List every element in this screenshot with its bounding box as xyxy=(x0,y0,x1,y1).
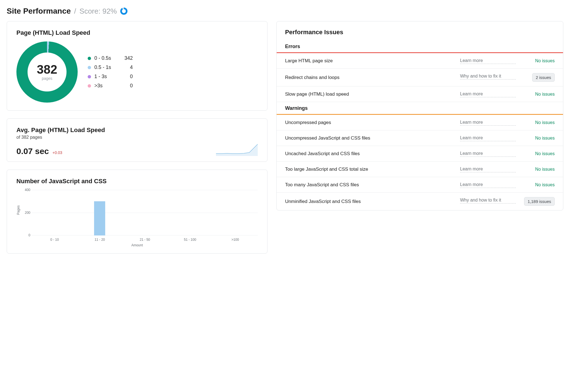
donut-chart: 382 pages xyxy=(16,41,78,103)
avg-sparkline xyxy=(216,142,258,156)
page-title: Site Performance xyxy=(7,7,71,16)
issue-status: 1,189 issues xyxy=(521,197,555,206)
card-load-speed: Page (HTML) Load Speed 382 pages 0 - 0.5… xyxy=(7,21,267,111)
donut-legend: 0 - 0.5s3420.5 - 1s41 - 3s0>3s0 xyxy=(88,55,133,89)
legend-dot-icon xyxy=(88,84,91,88)
legend-row: 0.5 - 1s4 xyxy=(88,64,133,70)
issue-learn-more-link[interactable]: Why and how to fix it xyxy=(460,74,516,80)
card-js-css: Number of JavaScript and CSS Pages 40020… xyxy=(7,170,267,254)
bar-column xyxy=(32,190,77,235)
legend-value: 0 xyxy=(122,74,133,80)
issue-name: Uncached JavaScript and CSS files xyxy=(285,151,454,157)
issue-status: No issues xyxy=(521,151,555,156)
issue-status: No issues xyxy=(521,120,555,125)
issue-count-badge[interactable]: 2 issues xyxy=(532,73,555,82)
issue-learn-more-link[interactable]: Learn more xyxy=(460,182,516,188)
section-header-errors: Errors xyxy=(277,40,563,53)
issue-count-badge[interactable]: 1,189 issues xyxy=(524,197,555,206)
svg-marker-0 xyxy=(216,144,258,156)
ytick-label: 400 xyxy=(19,188,30,192)
issue-status: No issues xyxy=(521,182,555,187)
legend-dot-icon xyxy=(88,57,91,60)
xtick-label: 21 - 50 xyxy=(122,238,167,242)
issue-learn-more-link[interactable]: Learn more xyxy=(460,135,516,141)
issue-learn-more-link[interactable]: Learn more xyxy=(460,91,516,97)
bar-column xyxy=(168,190,213,235)
score-slash: / xyxy=(74,7,76,16)
legend-dot-icon xyxy=(88,66,91,69)
no-issues-label: No issues xyxy=(535,167,555,172)
issue-name: Unminified JavaScript and CSS files xyxy=(285,199,454,204)
donut-wrap: 382 pages 0 - 0.5s3420.5 - 1s41 - 3s0>3s… xyxy=(16,41,258,103)
issue-name: Uncompressed pages xyxy=(285,120,454,125)
xtick-label: 0 - 10 xyxy=(32,238,77,242)
section-header-warnings: Warnings xyxy=(277,102,563,115)
card-title: Number of JavaScript and CSS xyxy=(16,178,258,185)
no-issues-label: No issues xyxy=(535,120,555,125)
no-issues-label: No issues xyxy=(535,58,555,63)
issue-learn-more-link[interactable]: Learn more xyxy=(460,151,516,157)
issue-name: Too many JavaScript and CSS files xyxy=(285,182,454,188)
score-text: Score: 92% xyxy=(80,7,117,16)
issue-name: Too large JavaScript and CSS total size xyxy=(285,167,454,172)
issue-name: Uncompressed JavaScript and CSS files xyxy=(285,135,454,141)
legend-label: 0 - 0.5s xyxy=(94,55,118,61)
donut-center: 382 pages xyxy=(37,63,57,81)
issue-row: Uncompressed pagesLearn moreNo issues xyxy=(277,115,563,130)
left-column: Page (HTML) Load Speed 382 pages 0 - 0.5… xyxy=(7,21,267,254)
legend-label: 0.5 - 1s xyxy=(94,64,118,70)
avg-row: 0.07 sec +0.03 xyxy=(16,142,258,156)
issue-status: No issues xyxy=(521,58,555,63)
card-title: Page (HTML) Load Speed xyxy=(16,29,258,36)
ytick-label: 0 xyxy=(19,233,30,237)
legend-value: 0 xyxy=(122,83,133,89)
score-donut-icon xyxy=(120,8,127,15)
issues-body: ErrorsLarge HTML page sizeLearn moreNo i… xyxy=(277,40,563,210)
issues-title: Performance Issues xyxy=(277,21,563,40)
issue-name: Redirect chains and loops xyxy=(285,75,454,80)
issue-row: Too large JavaScript and CSS total sizeL… xyxy=(277,162,563,177)
avg-delta: +0.03 xyxy=(52,150,62,155)
issue-row: Uncompressed JavaScript and CSS filesLea… xyxy=(277,130,563,146)
ytick-label: 200 xyxy=(19,211,30,215)
bar-chart: Pages 4002000 0 - 1011 - 2021 - 5051 - 1… xyxy=(16,190,258,245)
legend-label: 1 - 3s xyxy=(94,74,118,80)
issue-status: No issues xyxy=(521,167,555,172)
issue-status: No issues xyxy=(521,92,555,97)
issue-row: Redirect chains and loopsWhy and how to … xyxy=(277,69,563,86)
avg-sub: of 382 pages xyxy=(16,135,258,140)
donut-sublabel: pages xyxy=(37,76,57,81)
issue-learn-more-link[interactable]: Learn more xyxy=(460,167,516,172)
avg-value: 0.07 sec xyxy=(16,147,49,156)
issue-row: Uncached JavaScript and CSS filesLearn m… xyxy=(277,146,563,162)
legend-row: >3s0 xyxy=(88,83,133,89)
issue-learn-more-link[interactable]: Learn more xyxy=(460,120,516,126)
issue-learn-more-link[interactable]: Learn more xyxy=(460,58,516,64)
no-issues-label: No issues xyxy=(535,151,555,156)
issue-row: Slow page (HTML) load speedLearn moreNo … xyxy=(277,86,563,102)
xtick-label: 11 - 20 xyxy=(77,238,122,242)
dashboard-layout: Page (HTML) Load Speed 382 pages 0 - 0.5… xyxy=(7,21,563,254)
issue-status: No issues xyxy=(521,136,555,141)
bar-xaxis: 0 - 1011 - 2021 - 5051 - 100>100 xyxy=(32,238,258,242)
legend-value: 342 xyxy=(122,55,133,61)
legend-row: 1 - 3s0 xyxy=(88,74,133,80)
bar-column xyxy=(77,190,122,235)
issue-row: Large HTML page sizeLearn moreNo issues xyxy=(277,53,563,69)
avg-title: Avg. Page (HTML) Load Speed xyxy=(16,126,258,134)
issue-learn-more-link[interactable]: Why and how to fix it xyxy=(460,198,516,204)
bar xyxy=(94,201,105,235)
card-performance-issues: Performance Issues ErrorsLarge HTML page… xyxy=(276,21,563,210)
legend-dot-icon xyxy=(88,75,91,78)
avg-values: 0.07 sec +0.03 xyxy=(16,147,62,156)
issue-row: Too many JavaScript and CSS filesLearn m… xyxy=(277,177,563,193)
bar-xlabel: Amount xyxy=(16,243,258,247)
legend-label: >3s xyxy=(94,83,118,89)
no-issues-label: No issues xyxy=(535,136,555,140)
page-header: Site Performance / Score: 92% xyxy=(7,7,563,16)
bar-column xyxy=(213,190,258,235)
issue-name: Large HTML page size xyxy=(285,58,454,64)
card-avg-speed: Avg. Page (HTML) Load Speed of 382 pages… xyxy=(7,118,267,162)
legend-row: 0 - 0.5s342 xyxy=(88,55,133,61)
no-issues-label: No issues xyxy=(535,92,555,96)
